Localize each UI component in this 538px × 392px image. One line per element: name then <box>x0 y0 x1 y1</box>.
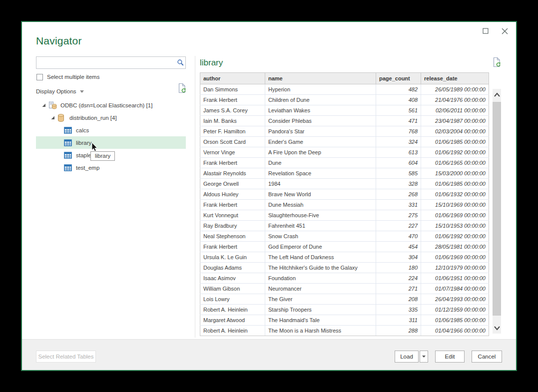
tree-item-calcs[interactable]: calcs <box>36 124 186 136</box>
table-row: William Gibson Neuromancer 271 01/07/198… <box>200 284 489 294</box>
table-row: Lois Lowry The Giver 208 26/04/1993 00:0… <box>200 294 489 305</box>
tree-item-label: library <box>76 140 91 146</box>
page-title: Navigator <box>36 35 82 47</box>
tree-item-label: distribution_run [4] <box>69 115 117 121</box>
tree-item-label: test_emp <box>76 165 99 171</box>
cell-name: Revelation Space <box>265 168 376 179</box>
chevron-down-icon <box>494 326 501 331</box>
table-row: James S.A. Corey Leviathan Wakes 561 02/… <box>200 105 489 116</box>
cell-page-count: 335 <box>376 305 421 315</box>
cell-page-count: 227 <box>376 221 421 231</box>
preview-title: library <box>200 58 223 68</box>
cell-page-count: 180 <box>376 263 421 273</box>
search-icon[interactable] <box>175 59 185 66</box>
table-row: Frank Herbert Dune Messiah 331 15/10/196… <box>200 200 489 210</box>
table-icon <box>64 164 72 172</box>
cell-release-date: 01/06/1932 00:00:00 <box>421 189 489 200</box>
cell-name: The Handmaid's Tale <box>265 315 376 326</box>
edit-button[interactable]: Edit <box>435 351 465 363</box>
cell-author: Dan Simmons <box>200 84 265 95</box>
table-row: Vernor Vinge A Fire Upon the Deep 613 01… <box>200 147 489 158</box>
table-icon <box>64 126 72 134</box>
cell-author: Iain M. Banks <box>200 116 265 126</box>
tree-item-test-emp[interactable]: test_emp <box>36 161 186 174</box>
refresh-preview-button[interactable] <box>492 57 502 69</box>
cell-author: George Orwell <box>200 179 265 189</box>
search-input[interactable] <box>36 57 175 68</box>
table-row: Dan Simmons Hyperion 482 26/05/1989 00:0… <box>200 84 489 95</box>
table-row: Robert A. Heinlein Starship Troopers 335… <box>200 305 489 315</box>
cell-page-count: 331 <box>376 200 421 210</box>
cell-author: Isaac Asimov <box>200 273 265 284</box>
table-row: Aldous Huxley Brave New World 268 01/06/… <box>200 189 489 200</box>
cell-page-count: 471 <box>376 116 421 126</box>
refresh-icon <box>177 83 187 93</box>
scroll-down-button[interactable] <box>493 323 501 334</box>
cell-name: Ender's Game <box>265 137 376 147</box>
scroll-up-button[interactable] <box>493 89 501 100</box>
select-multiple-label: Select multiple items <box>47 74 99 80</box>
refresh-icon <box>492 57 502 67</box>
close-button[interactable] <box>499 26 510 36</box>
cell-author: Kurt Vonnegut <box>200 210 265 221</box>
cell-release-date: 01/12/1959 00:00:00 <box>421 305 489 315</box>
cell-release-date: 26/04/1993 00:00:00 <box>421 294 489 305</box>
footer-bar: Select Related Tables Load Edit Cancel <box>22 339 516 370</box>
search-box[interactable] <box>36 56 186 69</box>
select-related-tables-button[interactable]: Select Related Tables <box>36 351 96 363</box>
expand-triangle-icon[interactable] <box>41 103 46 107</box>
cell-name: Fahrenheit 451 <box>265 221 376 231</box>
cell-page-count: 208 <box>376 294 421 305</box>
cell-author: Robert A. Heinlein <box>200 326 265 336</box>
odbc-source-icon <box>48 101 57 109</box>
tree-item-odbc-source[interactable]: ODBC (dsn=Local Elasticsearch) [1] <box>36 99 186 111</box>
table-row: George Orwell 1984 328 01/06/1985 00:00:… <box>200 179 489 189</box>
cell-release-date: 01/07/1984 00:00:00 <box>421 284 489 294</box>
cell-release-date: 23/04/1987 00:00:00 <box>421 116 489 126</box>
table-icon <box>64 139 72 147</box>
cell-release-date: 02/03/2004 00:00:00 <box>421 126 489 137</box>
table-row: Frank Herbert Children of Dune 408 21/04… <box>200 95 489 105</box>
cell-name: A Fire Upon the Deep <box>265 147 376 158</box>
cell-page-count: 271 <box>376 284 421 294</box>
cell-name: Hyperion <box>265 84 376 95</box>
load-button[interactable]: Load <box>395 351 419 363</box>
cell-name: The Hitchhiker's Guide to the Galaxy <box>265 263 376 273</box>
display-options-dropdown[interactable]: Display Options <box>36 87 84 96</box>
column-header-page_count: page_count <box>376 73 421 84</box>
select-multiple-row[interactable]: Select multiple items <box>36 73 99 81</box>
column-header-name: name <box>265 73 376 84</box>
table-row: Margaret Atwood The Handmaid's Tale 311 … <box>200 315 489 326</box>
cell-page-count: 304 <box>376 252 421 263</box>
table-row: Peter F. Hamilton Pandora's Star 768 02/… <box>200 126 489 137</box>
tree-item-library[interactable]: library <box>36 136 186 149</box>
table-row: Frank Herbert God Emperor of Dune 454 28… <box>200 242 489 252</box>
table-row: Orson Scott Card Ender's Game 324 01/06/… <box>200 137 489 147</box>
cell-page-count: 482 <box>376 84 421 95</box>
cell-page-count: 613 <box>376 147 421 158</box>
cell-page-count: 288 <box>376 326 421 336</box>
vertical-scrollbar[interactable] <box>493 89 501 334</box>
select-multiple-checkbox[interactable] <box>36 74 43 80</box>
cell-release-date: 26/05/1989 00:00:00 <box>421 84 489 95</box>
cell-author: Ursula K. Le Guin <box>200 252 265 263</box>
cell-release-date: 01/04/1966 00:00:00 <box>421 326 489 336</box>
cell-page-count: 561 <box>376 105 421 116</box>
table-row: Isaac Asimov Foundation 224 01/06/1951 0… <box>200 273 489 284</box>
refresh-button[interactable] <box>177 83 187 95</box>
expand-triangle-icon[interactable] <box>50 115 55 120</box>
chevron-up-icon <box>494 92 501 97</box>
cell-name: Brave New World <box>265 189 376 200</box>
table-icon <box>64 151 72 159</box>
cell-release-date: 21/04/1976 00:00:00 <box>421 95 489 105</box>
scrollbar-thumb[interactable] <box>493 102 501 316</box>
maximize-button[interactable] <box>480 26 491 36</box>
cell-name: Neuromancer <box>265 284 376 294</box>
cancel-button[interactable]: Cancel <box>472 351 502 363</box>
column-header-release_date: release_date <box>421 73 489 84</box>
load-dropdown-button[interactable] <box>420 351 428 363</box>
table-row: Robert A. Heinlein The Moon is a Harsh M… <box>200 326 489 336</box>
tree-item-distribution-run[interactable]: distribution_run [4] <box>36 111 186 124</box>
cell-author: James S.A. Corey <box>200 105 265 116</box>
cell-release-date: 28/05/1981 00:00:00 <box>421 242 489 252</box>
